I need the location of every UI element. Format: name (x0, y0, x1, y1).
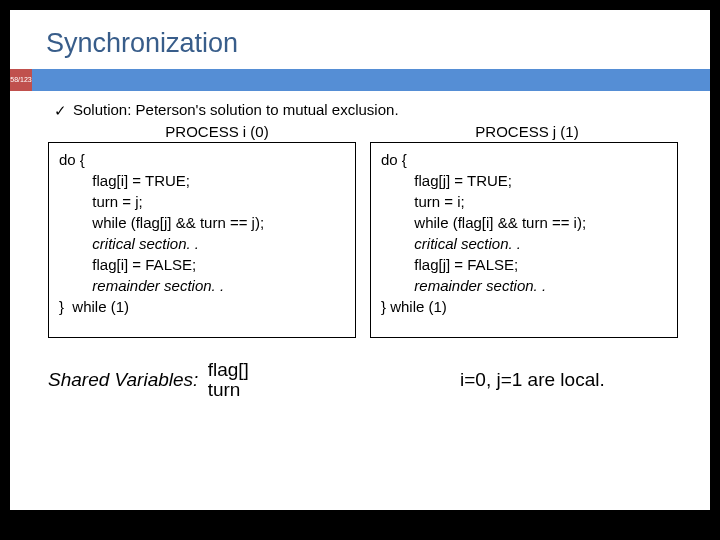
page-number-badge: 58/123 (10, 69, 32, 91)
code-line: do { (381, 151, 407, 168)
code-line: flag[i] = TRUE; (59, 172, 190, 189)
code-line: } while (1) (59, 298, 129, 315)
process-j-header: PROCESS j (1) (352, 123, 662, 140)
code-line: flag[i] = FALSE; (59, 256, 196, 273)
bullet-line: ✓ Solution: Peterson's solution to mutua… (54, 101, 690, 121)
check-icon: ✓ (54, 101, 67, 121)
code-line: while (flag[j] && turn == j); (59, 214, 264, 231)
process-headers: PROCESS i (0) PROCESS j (1) (42, 123, 690, 140)
code-line: while (flag[i] && turn == i); (381, 214, 586, 231)
code-line: flag[j] = TRUE; (381, 172, 512, 189)
slide-content: ✓ Solution: Peterson's solution to mutua… (10, 91, 710, 401)
accent-bar: 58/123 (10, 69, 710, 91)
code-line: turn = j; (59, 193, 143, 210)
process-i-header: PROCESS i (0) (42, 123, 352, 140)
shared-var-1: flag[] (208, 360, 249, 381)
shared-var-2: turn (208, 380, 249, 401)
code-line: flag[j] = FALSE; (381, 256, 518, 273)
code-line: critical section. . (381, 235, 521, 252)
code-line: critical section. . (59, 235, 199, 252)
slide-title: Synchronization (10, 10, 710, 69)
shared-vars-stack: flag[] turn (208, 360, 249, 402)
process-j-code: do { flag[j] = TRUE; turn = i; while (fl… (370, 142, 678, 338)
shared-label: Shared Variables: (48, 368, 198, 389)
code-line: } while (1) (381, 298, 447, 315)
shared-variables: Shared Variables: flag[] turn (42, 360, 402, 402)
code-line: remainder section. . (59, 277, 224, 294)
code-line: turn = i; (381, 193, 465, 210)
bullet-text: Solution: Peterson's solution to mutual … (73, 101, 399, 118)
local-vars-note: i=0, j=1 are local. (402, 369, 605, 391)
footer-row: Shared Variables: flag[] turn i=0, j=1 a… (42, 360, 690, 402)
slide: Synchronization 58/123 ✓ Solution: Peter… (10, 10, 710, 510)
code-row: do { flag[i] = TRUE; turn = j; while (fl… (42, 142, 690, 338)
process-i-code: do { flag[i] = TRUE; turn = j; while (fl… (48, 142, 356, 338)
code-line: remainder section. . (381, 277, 546, 294)
code-line: do { (59, 151, 85, 168)
